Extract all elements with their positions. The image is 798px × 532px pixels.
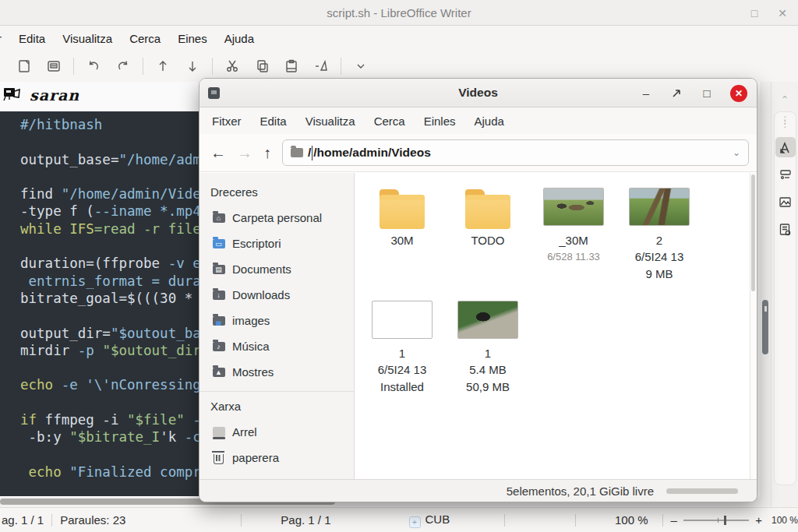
file-item-1[interactable]: 16/5I24 13Installed — [359, 294, 445, 396]
zoom-slider[interactable] — [683, 520, 749, 521]
sidebar-item-música[interactable]: ♪Música — [200, 333, 354, 359]
image-thumbnail — [457, 301, 518, 339]
sidebar-item-images[interactable]: ▄images — [200, 308, 354, 333]
copy-icon[interactable] — [247, 55, 277, 78]
sidebar-item-documents[interactable]: ▤Documents — [200, 256, 354, 282]
fm-menu-item-fitxer[interactable]: Fitxer — [212, 111, 252, 131]
properties-icon[interactable] — [775, 137, 796, 157]
file-item-1[interactable]: 15.4 MB50,9 MB — [445, 294, 531, 396]
new-document-icon[interactable] — [9, 55, 39, 78]
lo-menu-item-cerca[interactable]: Cerca — [121, 29, 169, 48]
file-caption: 50,9 MB — [466, 379, 510, 396]
file-name: _30M — [559, 232, 588, 248]
sidebar-handle[interactable]: ⋮⋮ — [775, 118, 796, 126]
list-scrollbar[interactable] — [750, 173, 757, 479]
fm-menu-item-ajuda[interactable]: Ajuda — [475, 111, 515, 131]
drive-icon — [212, 425, 225, 439]
back-button[interactable]: ← — [210, 145, 226, 160]
toolbar-separator — [212, 58, 213, 75]
libreoffice-sidebar-strip: ⌃ ⋮⋮ — [771, 82, 798, 506]
lo-menu-item-visualitza[interactable]: Visualitza — [54, 29, 121, 48]
more-tools-icon[interactable] — [346, 55, 376, 78]
fm-menu-item-visualitza[interactable]: Visualitza — [305, 111, 366, 131]
track-changes-icon[interactable] — [306, 55, 336, 78]
desktop: script.sh - LibreOffice Writer □ ✕ rEdit… — [0, 0, 798, 532]
inspector-icon[interactable] — [775, 219, 796, 239]
minimize-icon[interactable]: – — [639, 86, 653, 100]
language-selector[interactable]: +CUB — [409, 513, 450, 528]
redo-icon[interactable] — [108, 55, 138, 78]
zoom-percent[interactable]: 100 % — [772, 515, 798, 526]
forward-button[interactable]: → — [237, 145, 252, 160]
vertical-scrollbar[interactable] — [760, 82, 771, 506]
file-name: 1 — [399, 345, 405, 361]
undo-icon[interactable] — [79, 55, 108, 78]
documents-folder-icon: ▤ — [212, 262, 225, 276]
folder-item-30m[interactable]: 30M — [359, 181, 445, 283]
sidebar-item-label: Mostres — [232, 365, 274, 379]
sidebar-item-label: Escriptori — [232, 237, 281, 250]
chevron-up-icon[interactable]: ⌃ — [772, 94, 798, 105]
sidebar-section-title: Dreceres — [200, 178, 354, 205]
up-button[interactable]: ↑ — [263, 145, 271, 160]
save-icon[interactable] — [39, 55, 69, 78]
gallery-icon[interactable] — [775, 192, 796, 212]
zoom-in-button[interactable]: + — [755, 513, 762, 527]
sidebar-item-carpeta-personal[interactable]: ⌂Carpeta personal — [200, 205, 354, 231]
sidebar-item-downloads[interactable]: ↓Downloads — [200, 282, 354, 308]
folder-item-todo[interactable]: TODO — [445, 181, 531, 283]
language-icon: + — [409, 516, 421, 528]
file-item-_30m[interactable]: _30M6/528 11.33 — [531, 181, 616, 283]
trash-icon — [212, 451, 225, 464]
file-caption: Installed — [380, 379, 424, 396]
sidebar-item-label: Downloads — [232, 288, 290, 301]
lo-menu-item-r[interactable]: r — [0, 29, 10, 48]
filemanager-sidebar: Dreceres⌂Carpeta personal▭Escriptori▤Doc… — [200, 173, 355, 479]
fm-menu-item-einles[interactable]: Einles — [424, 111, 467, 131]
page-indicator[interactable]: ag. 1 / 1 — [2, 513, 44, 527]
sidebar-item-escriptori[interactable]: ▭Escriptori — [200, 231, 354, 256]
move-up-icon[interactable] — [148, 55, 178, 78]
page-indicator-center[interactable]: Pag. 1 / 1 — [281, 513, 330, 527]
filemanager-navbar: ← → ↑ //home/admin/Videos ⌄ — [200, 134, 757, 172]
restore-icon[interactable]: □ — [700, 86, 714, 100]
home-folder-icon: ⌂ — [212, 211, 225, 224]
sidebar-item-arrel[interactable]: Arrel — [200, 419, 354, 445]
sidebar-item-paperera[interactable]: paperera — [200, 445, 354, 470]
fm-menu-item-cerca[interactable]: Cerca — [374, 111, 416, 131]
sidebar-item-mostres[interactable]: ▲Mostres — [200, 359, 354, 385]
zoom-out-button[interactable]: – — [671, 513, 677, 527]
paste-icon[interactable] — [277, 55, 306, 78]
file-item-2[interactable]: 26/5I24 139 MB — [616, 181, 702, 283]
cut-icon[interactable] — [217, 55, 247, 78]
move-down-icon[interactable] — [178, 55, 207, 78]
disk-usage-bar — [666, 488, 738, 494]
word-count[interactable]: Paraules: 23 — [60, 513, 125, 527]
maximize-icon[interactable]: □ — [751, 7, 757, 19]
toolbar-separator — [73, 58, 74, 75]
zoom-value[interactable]: 100 % — [615, 513, 648, 527]
filemanager-menubar: FitxerEditaVisualitzaCercaEinlesAjuda — [200, 107, 757, 134]
zoom-slider-handle[interactable] — [724, 516, 726, 525]
folder-icon — [291, 148, 303, 157]
scrollbar-thumb[interactable] — [762, 300, 768, 354]
lo-menu-item-eines[interactable]: Eines — [169, 29, 216, 48]
filemanager-titlebar[interactable]: Videos – □ ✕ — [200, 79, 757, 107]
page-icon[interactable] — [775, 164, 796, 185]
file-name: TODO — [471, 232, 504, 248]
filemanager-statusbar: 5elementos, 20,1 GiGib livre — [200, 479, 757, 502]
lo-menu-item-ajuda[interactable]: Ajuda — [216, 29, 263, 48]
close-icon[interactable]: ✕ — [778, 7, 787, 19]
lo-menu-item-edita[interactable]: Edita — [10, 29, 54, 48]
maximize-diagonal-icon[interactable] — [669, 88, 683, 98]
document-annotation: saran — [3, 86, 79, 104]
filemanager-window: Videos – □ ✕ FitxerEditaVisualitzaCercaE… — [199, 78, 757, 502]
libreoffice-titlebar: script.sh - LibreOffice Writer □ ✕ — [0, 0, 798, 26]
fm-menu-item-edita[interactable]: Edita — [260, 111, 298, 131]
path-text: //home/admin/Videos — [308, 146, 431, 160]
close-icon[interactable]: ✕ — [730, 85, 747, 102]
file-caption: 6/5I24 13 — [635, 248, 684, 266]
chevron-down-icon[interactable]: ⌄ — [733, 147, 740, 158]
file-caption: 6/528 11.33 — [547, 248, 600, 266]
path-input[interactable]: //home/admin/Videos ⌄ — [282, 139, 749, 166]
